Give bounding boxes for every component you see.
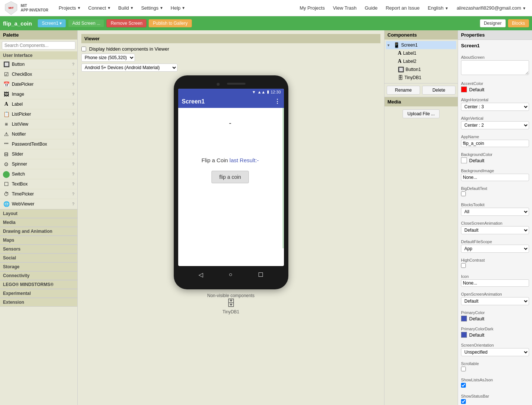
nav-connect[interactable]: Connect ▼ bbox=[85, 4, 114, 12]
comp-actions: Rename Delete bbox=[384, 83, 458, 97]
palette-item-listpicker[interactable]: 📋 ListPicker ? bbox=[0, 109, 77, 119]
prop-blockstoolkit-select[interactable]: All bbox=[461, 208, 529, 216]
palette-item-button[interactable]: 🔲 Button ? bbox=[0, 59, 77, 69]
palette-section-user-interface[interactable]: User Interface bbox=[0, 51, 77, 59]
nav-view-trash[interactable]: View Trash bbox=[331, 4, 359, 12]
comp-button1[interactable]: 🔲 Button1 bbox=[386, 65, 456, 74]
palette-section-storage[interactable]: Storage bbox=[0, 262, 77, 271]
prop-openscreen-select[interactable]: Default bbox=[461, 297, 529, 305]
tinydb1-icon: 🗄 bbox=[398, 75, 403, 81]
phone-home-btn[interactable]: ○ bbox=[229, 271, 233, 278]
palette-item-timepicker[interactable]: ⏱ TimePicker ? bbox=[0, 189, 77, 199]
prop-primary-default: Default bbox=[469, 316, 484, 321]
palette-item-webviewer[interactable]: 🌐 WebViewer ? bbox=[0, 199, 77, 209]
prop-closescreen-select[interactable]: Default bbox=[461, 226, 529, 234]
hidden-components-checkbox[interactable] bbox=[81, 47, 86, 51]
palette-section-lego[interactable]: LEGO® MINDSTORMS® bbox=[0, 280, 77, 289]
palette-section-drawing[interactable]: Drawing and Animation bbox=[0, 227, 77, 236]
palette-section-experimental[interactable]: Experimental bbox=[0, 289, 77, 298]
accent-color-swatch[interactable] bbox=[461, 86, 467, 92]
blocks-button[interactable]: Blocks bbox=[508, 19, 529, 27]
nav-user-email[interactable]: alirezasharifi8290@gmail.com ▼ bbox=[454, 4, 528, 12]
phone-content: - Flip a Coin last Result:- flip a coin bbox=[178, 108, 284, 248]
prop-contrast-checkbox[interactable] bbox=[461, 263, 466, 268]
prop-about-input[interactable] bbox=[461, 60, 529, 75]
prop-orientation-select[interactable]: Unspecified bbox=[461, 348, 529, 356]
prop-bigtext-checkbox[interactable] bbox=[461, 191, 466, 196]
palette-section-maps[interactable]: Maps bbox=[0, 236, 77, 245]
phone-menu-icon: ⋮ bbox=[274, 98, 280, 105]
comp-screen1[interactable]: ▾ 📱 Screen1 bbox=[386, 41, 456, 49]
search-components-input[interactable] bbox=[2, 41, 75, 50]
prop-appname: AppName bbox=[458, 131, 532, 149]
prop-align-h-select[interactable]: Center : 3 bbox=[461, 103, 529, 111]
phone-mockup: ▼ ▲▲ ▮ 12:30 Screen1 ⋮ - Flip a Coin las… bbox=[174, 75, 288, 289]
palette-item-switch[interactable]: ⬤ Switch ? bbox=[0, 169, 77, 179]
rename-button[interactable]: Rename bbox=[387, 86, 420, 95]
palette-section-layout[interactable]: Layout bbox=[0, 209, 77, 218]
prop-appname-input[interactable] bbox=[461, 140, 529, 147]
prop-align-v-select[interactable]: Center : 2 bbox=[461, 121, 529, 129]
phone-recent-btn[interactable]: ☐ bbox=[258, 271, 263, 278]
screen1-button[interactable]: Screen1 ▾ bbox=[38, 19, 66, 27]
palette-section-connectivity[interactable]: Connectivity bbox=[0, 271, 77, 280]
prop-statusbar-checkbox[interactable] bbox=[461, 399, 466, 404]
phone-back-btn[interactable]: ◁ bbox=[199, 271, 203, 278]
palette-panel: Palette User Interface 🔲 Button ? ☑ Chec… bbox=[0, 30, 78, 405]
prop-align-v-label: AlignVertical bbox=[461, 116, 529, 120]
phone-flip-button[interactable]: flip a coin bbox=[211, 171, 249, 183]
palette-item-checkbox[interactable]: ☑ CheckBox ? bbox=[0, 69, 77, 79]
battery-icon: ▮ bbox=[267, 89, 269, 94]
bgcolor-swatch[interactable] bbox=[461, 157, 467, 163]
palette-section-extension[interactable]: Extension bbox=[0, 298, 77, 307]
label2-name: Label2 bbox=[403, 59, 416, 64]
nav-my-projects[interactable]: My Projects bbox=[298, 4, 327, 12]
prop-icon-input[interactable] bbox=[461, 279, 529, 287]
palette-item-notifier[interactable]: ⚠ Notifier ? bbox=[0, 129, 77, 139]
android-version-row: Android 5+ Devices (Android Material) bbox=[81, 64, 380, 72]
palette-item-passwordtextbox[interactable]: *** PasswordTextBox ? bbox=[0, 139, 77, 149]
palette-item-listview[interactable]: ≡ ListView ? bbox=[0, 119, 77, 129]
palette-item-slider[interactable]: ⊟ Slider ? bbox=[0, 149, 77, 159]
primary-color-swatch[interactable] bbox=[461, 316, 467, 321]
palette-item-label[interactable]: A Label ? bbox=[0, 99, 77, 109]
palette-item-datepicker[interactable]: 📅 DatePicker ? bbox=[0, 79, 77, 89]
viewer-header: Viewer bbox=[81, 34, 380, 43]
media-header: Media bbox=[384, 97, 458, 106]
palette-item-textbox[interactable]: ☐ TextBox ? bbox=[0, 179, 77, 189]
prop-listsjson-checkbox[interactable] bbox=[461, 383, 466, 388]
nav-settings[interactable]: Settings ▼ bbox=[138, 4, 166, 12]
nav-build[interactable]: Build ▼ bbox=[115, 4, 137, 12]
upload-file-button[interactable]: Upload File ... bbox=[403, 109, 440, 118]
publish-gallery-button[interactable]: Publish to Gallery bbox=[149, 19, 192, 27]
comp-label2[interactable]: A Label2 bbox=[386, 57, 456, 65]
palette-item-image[interactable]: 🖼 Image ? bbox=[0, 89, 77, 99]
nav-projects[interactable]: Projects ▼ bbox=[56, 4, 84, 12]
prop-open-screen-animation: OpenScreenAnimation Default bbox=[458, 288, 532, 307]
prop-bgimage-input[interactable] bbox=[461, 174, 529, 181]
add-screen-button[interactable]: Add Screen ... bbox=[68, 19, 104, 27]
prop-primary-color-dark: PrimaryColorDark Default bbox=[458, 323, 532, 339]
delete-button[interactable]: Delete bbox=[422, 86, 455, 95]
screen1-toggle[interactable]: ▾ bbox=[387, 43, 392, 48]
android-version-select[interactable]: Android 5+ Devices (Android Material) bbox=[81, 64, 177, 72]
nav-report-issue[interactable]: Report an Issue bbox=[383, 4, 422, 12]
prop-accent-label: AccentColor bbox=[461, 81, 529, 86]
palette-section-social[interactable]: Social bbox=[0, 253, 77, 262]
phone-size-select[interactable]: Phone size (505,320) bbox=[81, 54, 135, 62]
palette-section-sensors[interactable]: Sensors bbox=[0, 245, 77, 253]
palette-item-spinner[interactable]: ⊙ Spinner ? bbox=[0, 159, 77, 169]
logo-area: MIT MITAPP INVENTOR bbox=[4, 1, 48, 16]
primary-dark-swatch[interactable] bbox=[461, 332, 467, 338]
prop-filescope-select[interactable]: App bbox=[461, 245, 529, 253]
nav-help[interactable]: Help ▼ bbox=[168, 4, 189, 12]
designer-button[interactable]: Designer bbox=[480, 19, 506, 27]
nav-language[interactable]: English ▼ bbox=[426, 4, 451, 12]
comp-label1[interactable]: A Label1 bbox=[386, 49, 456, 57]
phone-screen: ▼ ▲▲ ▮ 12:30 Screen1 ⋮ - Flip a Coin las… bbox=[178, 89, 284, 266]
remove-screen-button[interactable]: Remove Screen bbox=[106, 19, 146, 27]
palette-section-media[interactable]: Media bbox=[0, 218, 77, 227]
comp-tinydb1[interactable]: 🗄 TinyDB1 bbox=[386, 74, 456, 82]
nav-guide[interactable]: Guide bbox=[362, 4, 380, 12]
prop-scrollable-checkbox[interactable] bbox=[461, 367, 466, 371]
